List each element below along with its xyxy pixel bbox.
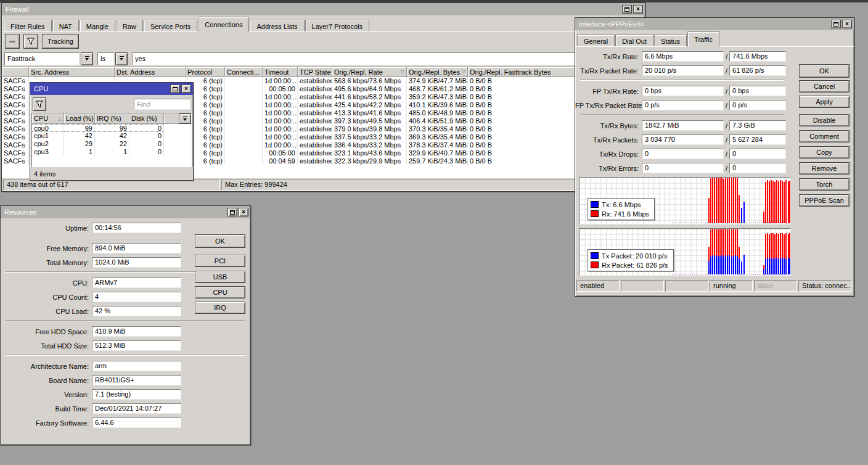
filter-button[interactable]: [33, 97, 46, 111]
cell: 379.0 kbps/39.8 Mbps: [332, 125, 407, 133]
table-row[interactable]: cpu099990: [32, 124, 191, 132]
column-header[interactable]: [2, 67, 29, 77]
table-row[interactable]: cpu3110: [32, 148, 191, 156]
filter-value-input[interactable]: [132, 52, 608, 65]
tx-bar: [708, 261, 710, 275]
tab-dial-out[interactable]: Dial Out: [615, 35, 653, 47]
disable-button[interactable]: Disable: [799, 114, 850, 126]
filter-op-dropdown-icon[interactable]: [115, 52, 128, 65]
tab-raw[interactable]: Raw: [116, 20, 143, 32]
column-header[interactable]: Connecti...: [225, 67, 263, 77]
chart-legend: Tx: 6.6 MbpsRx: 741.6 Mbps: [588, 198, 655, 220]
copy-button[interactable]: Copy: [799, 146, 850, 158]
tx-bar: [710, 257, 711, 274]
close-icon[interactable]: ×: [239, 208, 248, 216]
filter-op-input[interactable]: [97, 52, 114, 65]
tab-general[interactable]: General: [577, 35, 615, 47]
pppoe-scan-button[interactable]: PPPoE Scan: [799, 194, 850, 207]
torch-button[interactable]: Torch: [799, 178, 850, 191]
tracking-button[interactable]: Tracking: [42, 34, 79, 49]
column-header[interactable]: Orig./Repl. Rate▽: [332, 67, 407, 77]
tab-status[interactable]: Status: [654, 35, 687, 47]
column-header[interactable]: Src. Address: [29, 67, 115, 77]
field-label: Total Memory:: [1, 259, 92, 266]
cell: 1d 00:00:...: [263, 141, 298, 149]
table-row[interactable]: cpu229220: [32, 140, 191, 148]
cell: 425.4 kbps/42.2 Mbps: [332, 101, 407, 109]
interface-titlebar[interactable]: Interface <PPPoEv4> ×: [575, 18, 854, 30]
table-row[interactable]: cpu142420: [32, 132, 191, 140]
status-cell: running: [710, 280, 753, 292]
filter-field-input[interactable]: [4, 52, 80, 65]
close-icon[interactable]: ×: [181, 84, 191, 93]
tx-bar: [727, 256, 728, 274]
irq-button[interactable]: IRQ: [195, 302, 245, 314]
filter-button[interactable]: [23, 34, 38, 49]
field-label: CPU Count:: [1, 294, 92, 301]
cell: 1d 00:00:...: [263, 109, 298, 117]
cell: established: [298, 133, 332, 141]
rx-bar: [708, 198, 710, 223]
interface-window-title: Interface <PPPoEv4>: [579, 20, 644, 28]
maximize-icon[interactable]: [831, 20, 841, 28]
tx-bar: [718, 257, 719, 274]
maximize-icon[interactable]: [622, 5, 632, 14]
tab-connections[interactable]: Connections: [198, 17, 249, 32]
tx-bar: [729, 255, 730, 274]
apply-button[interactable]: Apply: [799, 96, 850, 108]
usb-button[interactable]: USB: [195, 271, 245, 283]
column-header[interactable]: TCP State: [298, 67, 332, 77]
cpu-titlebar[interactable]: CPU ×: [30, 83, 193, 95]
cell: 00:04:59: [263, 157, 298, 165]
resources-titlebar[interactable]: Resources ×: [1, 206, 250, 218]
column-header[interactable]: Protocol: [186, 67, 225, 77]
cell: 370.3 KiB/35.4 MiB: [407, 125, 468, 133]
field-value: RB4011iGS+: [92, 375, 181, 385]
resources-window-title: Resources: [4, 208, 37, 216]
cpu-button[interactable]: CPU: [195, 286, 245, 298]
column-header[interactable]: Disk (%): [129, 113, 164, 124]
cell: established: [298, 85, 332, 93]
column-header[interactable]: IRQ (%): [95, 113, 129, 124]
close-icon[interactable]: ×: [842, 20, 852, 28]
comment-button[interactable]: Comment: [799, 130, 850, 142]
close-icon[interactable]: ×: [633, 5, 643, 14]
tab-filter-rules[interactable]: Filter Rules: [4, 20, 52, 32]
tab-traffic[interactable]: Traffic: [687, 31, 719, 47]
maximize-icon[interactable]: [227, 208, 237, 216]
ok-button[interactable]: OK: [799, 64, 850, 78]
column-select-dropdown-icon[interactable]: [179, 113, 191, 124]
column-header[interactable]: CPU△: [32, 113, 64, 124]
tab-service-ports[interactable]: Service Ports: [144, 20, 197, 32]
column-header[interactable]: Load (%): [64, 113, 95, 124]
tab-address-lists[interactable]: Address Lists: [250, 20, 304, 32]
cancel-button[interactable]: Cancel: [799, 80, 850, 93]
cell: [225, 93, 263, 101]
filter-field-dropdown-icon[interactable]: [81, 52, 93, 65]
tab-layer7-protocols[interactable]: Layer7 Protocols: [305, 20, 370, 32]
firewall-filter-row: +: [2, 51, 645, 67]
field-value-rx: 7.3 GiB: [729, 120, 786, 131]
rx-bar: [721, 177, 723, 223]
column-header[interactable]: Dst. Address: [115, 67, 186, 77]
find-input[interactable]: [134, 99, 190, 110]
ok-button[interactable]: OK: [195, 234, 245, 248]
legend-entry: Tx: 6.6 Mbps: [591, 200, 649, 209]
remove-button[interactable]: Remove: [799, 162, 850, 175]
tab-mangle[interactable]: Mangle: [80, 20, 115, 32]
legend-swatch: [591, 201, 599, 208]
remove-button[interactable]: [5, 34, 20, 49]
field-value: 4: [92, 292, 181, 302]
column-header[interactable]: Orig./Repl. Bytes▽: [407, 67, 468, 77]
column-header[interactable]: Timeout: [263, 67, 298, 77]
field-row: Architecture Name:arm: [1, 361, 250, 371]
pci-button[interactable]: PCI: [195, 255, 245, 267]
status-cell: Status: connec...: [798, 280, 851, 292]
cpu-toolbar: [30, 95, 193, 113]
rx-bar: [776, 180, 777, 223]
tab-nat[interactable]: NAT: [52, 20, 79, 32]
firewall-titlebar[interactable]: Firewall ×: [2, 3, 645, 15]
field-value: 512.3 MiB: [92, 340, 181, 351]
maximize-icon[interactable]: [170, 84, 180, 93]
cell: 337.5 kbps/33.2 Mbps: [332, 133, 407, 141]
